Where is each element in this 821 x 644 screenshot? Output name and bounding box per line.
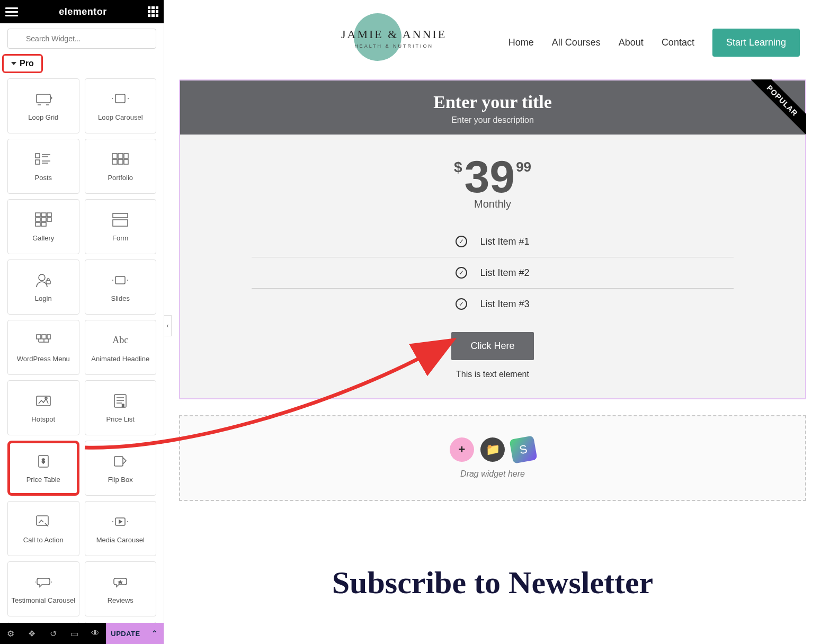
apps-grid-icon[interactable]	[148, 6, 158, 17]
widget-label: Flip Box	[108, 476, 133, 484]
settings-icon[interactable]: ⚙	[0, 623, 21, 644]
svg-text:$: $	[122, 403, 124, 408]
widget-portfolio[interactable]: Portfolio	[85, 139, 157, 194]
price-table-header: Enter your title Enter your description …	[180, 80, 805, 135]
stylish-addon-button[interactable]: S	[509, 435, 537, 463]
check-icon: ✓	[456, 298, 467, 310]
svg-rect-23	[37, 335, 41, 339]
editor-canvas: JAMIE & ANNIE HEALTH & NUTRITION Home Al…	[164, 0, 821, 644]
category-header-wrap: Pro	[0, 54, 164, 78]
update-caret[interactable]: ⌃	[145, 623, 164, 644]
svg-rect-3	[35, 160, 40, 164]
add-section-button[interactable]: +	[450, 437, 474, 462]
sidebar-collapse-handle[interactable]: ‹	[164, 315, 172, 336]
widget-label: Hotspot	[31, 415, 55, 423]
loop-grid-icon	[34, 91, 52, 107]
sidebar-header: elementor	[0, 0, 164, 23]
bottom-bar: ⚙ ❖ ↺ ▭ 👁 UPDATE ⌃	[0, 623, 164, 644]
widget-price-table[interactable]: $ Price Table	[7, 441, 79, 496]
posts-icon	[34, 151, 52, 167]
hotspot-icon	[34, 393, 52, 409]
widget-hotspot[interactable]: Hotspot	[7, 380, 79, 435]
price-row: $ 39 99	[454, 154, 531, 199]
drop-widget-section[interactable]: + 📁 S Drag widget here	[179, 415, 806, 501]
history-icon[interactable]: ↺	[42, 623, 64, 644]
nav-about[interactable]: About	[619, 37, 644, 48]
widget-login[interactable]: Login	[7, 260, 79, 315]
svg-rect-2	[35, 154, 40, 158]
widget-animated-headline[interactable]: Abc Animated Headline	[85, 320, 157, 375]
widget-price-list[interactable]: $ Price List	[85, 380, 157, 435]
svg-rect-9	[124, 159, 128, 164]
widget-loop-carousel[interactable]: Loop Carousel	[85, 78, 157, 133]
nav-home[interactable]: Home	[508, 37, 534, 48]
price-table-description[interactable]: Enter your description	[180, 115, 805, 125]
svg-rect-21	[46, 281, 50, 284]
search-input[interactable]	[7, 29, 156, 49]
price-amount: 39	[464, 154, 515, 199]
widget-call-to-action[interactable]: Call to Action	[7, 501, 79, 556]
nav-all-courses[interactable]: All Courses	[552, 37, 601, 48]
cta-icon	[34, 514, 52, 530]
svg-rect-12	[47, 213, 51, 217]
update-button[interactable]: UPDATE	[106, 623, 145, 644]
widget-wordpress-menu[interactable]: WordPress Menu	[7, 320, 79, 375]
widget-form[interactable]: Form	[85, 199, 157, 254]
check-icon: ✓	[456, 236, 467, 247]
navigator-icon[interactable]: ❖	[21, 623, 42, 644]
widget-slides[interactable]: Slides	[85, 260, 157, 315]
price-period: Monthly	[474, 198, 511, 210]
svg-rect-6	[124, 154, 128, 158]
start-learning-button[interactable]: Start Learning	[712, 29, 800, 57]
features-list: ✓ List Item #1 ✓ List Item #2 ✓ List Ite…	[252, 226, 734, 319]
widget-label: Slides	[111, 294, 130, 302]
widget-reviews[interactable]: Reviews	[85, 561, 157, 616]
nav-contact[interactable]: Contact	[662, 37, 694, 48]
svg-rect-26	[37, 396, 50, 406]
svg-rect-7	[112, 159, 117, 164]
widget-label: Media Carousel	[96, 536, 145, 544]
category-toggle-pro[interactable]: Pro	[2, 54, 43, 73]
testimonial-carousel-icon	[34, 574, 52, 590]
svg-marker-35	[119, 520, 122, 523]
price-table-title[interactable]: Enter your title	[180, 92, 805, 112]
svg-rect-0	[37, 94, 50, 103]
svg-rect-22	[115, 276, 125, 284]
template-library-button[interactable]: 📁	[480, 437, 505, 462]
search-wrap: 🔍	[0, 23, 164, 54]
widget-loop-grid[interactable]: Loop Grid	[7, 78, 79, 133]
widget-gallery[interactable]: Gallery	[7, 199, 79, 254]
flip-box-icon	[111, 453, 129, 469]
responsive-icon[interactable]: ▭	[64, 623, 85, 644]
widget-label: Reviews	[108, 596, 133, 604]
reviews-icon	[111, 574, 129, 590]
preview-icon[interactable]: 👁	[85, 623, 106, 644]
hamburger-icon[interactable]	[5, 5, 18, 18]
price-table-button[interactable]: Click Here	[451, 332, 533, 360]
sidebar-title: elementor	[59, 6, 107, 17]
newsletter-section: Subscribe to Newsletter	[164, 565, 821, 601]
widget-grid[interactable]: Loop Grid Loop Carousel Posts Portfolio …	[0, 78, 164, 623]
animated-headline-icon: Abc	[111, 333, 129, 348]
svg-rect-11	[41, 213, 46, 217]
widget-label: Testimonial Carousel	[11, 596, 75, 604]
svg-rect-5	[118, 154, 123, 158]
price-cents: 99	[516, 159, 531, 175]
logo-line1: JAMIE & ANNIE	[341, 28, 447, 41]
widget-media-carousel[interactable]: Media Carousel	[85, 501, 157, 556]
price-currency: $	[454, 159, 462, 176]
newsletter-title[interactable]: Subscribe to Newsletter	[164, 565, 821, 601]
svg-rect-13	[35, 218, 40, 221]
svg-rect-15	[47, 218, 51, 221]
price-table-section[interactable]: Enter your title Enter your description …	[179, 79, 806, 399]
widget-label: Posts	[34, 174, 52, 182]
svg-rect-28	[114, 395, 126, 407]
widget-label: Price Table	[26, 476, 60, 484]
site-logo-text[interactable]: JAMIE & ANNIE HEALTH & NUTRITION	[341, 28, 447, 49]
widget-flip-box[interactable]: Flip Box	[85, 441, 157, 496]
widget-testimonial-carousel[interactable]: Testimonial Carousel	[7, 561, 79, 616]
form-icon	[111, 212, 129, 228]
widget-label: WordPress Menu	[17, 355, 70, 363]
widget-label: Call to Action	[23, 536, 64, 544]
widget-posts[interactable]: Posts	[7, 139, 79, 194]
